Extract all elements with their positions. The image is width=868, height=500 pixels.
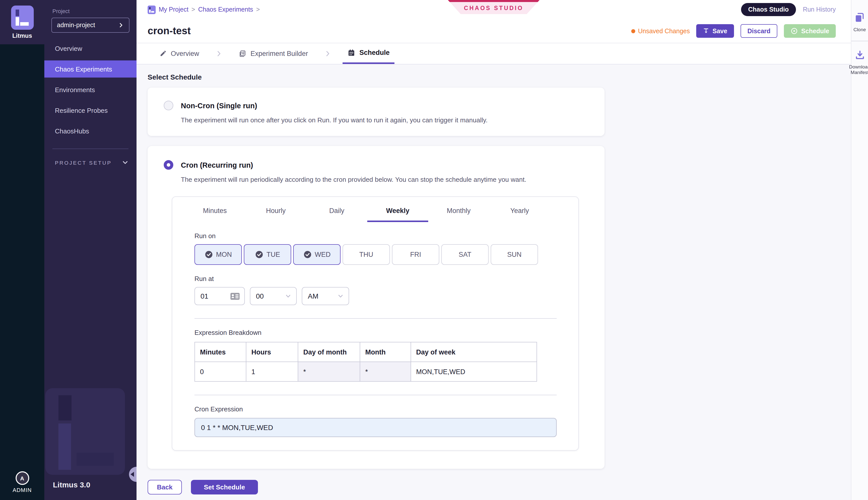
save-label: Save: [713, 27, 727, 34]
day-label: FRI: [410, 251, 421, 258]
sidebar-item-resilience-probes[interactable]: Resilience Probes: [44, 102, 136, 119]
schedule-button-disabled[interactable]: Schedule: [784, 24, 836, 38]
tab-overview-label: Overview: [171, 49, 199, 57]
tab-overview[interactable]: Overview: [155, 43, 204, 64]
left-rail: Litmus A ADMIN: [0, 0, 44, 500]
cron-tab-hourly[interactable]: Hourly: [245, 197, 306, 222]
download-icon: [854, 49, 865, 60]
collapse-arrow-icon: [131, 472, 134, 477]
cron-builder-panel: Minutes Hourly Daily Weekly Monthly Year…: [172, 196, 579, 451]
builder-icon: [239, 49, 247, 57]
panel-divider: [194, 318, 557, 319]
day-button-mon[interactable]: MON: [194, 244, 242, 265]
view-toggle: Chaos Studio Run History: [741, 3, 836, 16]
cron-expression-input[interactable]: 0 1 * * MON,TUE,WED: [194, 418, 557, 437]
project-selector[interactable]: admin-project: [52, 18, 129, 33]
tab-schedule[interactable]: Schedule: [343, 43, 395, 64]
sidebar-item-environments[interactable]: Environments: [44, 81, 136, 98]
chevron-down-icon: [122, 159, 128, 166]
litmus-logo[interactable]: Litmus: [0, 0, 44, 44]
schedule-label: Schedule: [801, 27, 829, 34]
th-day-of-week: Day of week: [411, 342, 537, 362]
project-setup-toggle[interactable]: PROJECT SETUP: [55, 159, 128, 166]
project-selector-value: admin-project: [57, 22, 95, 29]
breadcrumb-my-project[interactable]: My Project: [159, 6, 189, 13]
title-bar: cron-test Unsaved Changes Save Discard: [136, 19, 851, 43]
studio-steps: Overview Experiment Builder: [136, 43, 851, 65]
cron-tab-daily[interactable]: Daily: [306, 197, 367, 222]
download-manifest-button[interactable]: Download Manifest: [849, 49, 868, 76]
td-day-of-month: *: [298, 362, 360, 382]
sidebar-nav: Overview Chaos Experiments Environments …: [44, 40, 136, 139]
cron-description: The experiment will run periodically acc…: [181, 176, 593, 183]
day-button-thu[interactable]: THU: [342, 244, 390, 265]
project-setup-label: PROJECT SETUP: [55, 159, 112, 166]
meridiem-value: AM: [308, 292, 318, 300]
clone-icon: [854, 12, 865, 23]
main-area: My Project > Chaos Experiments > CHAOS S…: [136, 0, 851, 500]
cron-radio[interactable]: [164, 160, 173, 170]
chevron-down-icon: [337, 293, 344, 299]
cron-tab-weekly[interactable]: Weekly: [367, 197, 428, 222]
sidebar-collapse-handle[interactable]: [129, 467, 136, 482]
chaos-studio-toggle[interactable]: Chaos Studio: [741, 3, 796, 16]
day-button-wed[interactable]: WED: [293, 244, 340, 265]
minute-select[interactable]: 00: [250, 287, 297, 305]
sidebar-item-chaoshubs[interactable]: ChaosHubs: [44, 122, 136, 139]
select-schedule-heading: Select Schedule: [148, 73, 851, 81]
minute-value: 00: [256, 292, 264, 300]
run-at-label: Run at: [194, 275, 578, 283]
litmus-logo-text: Litmus: [12, 32, 32, 39]
back-button[interactable]: Back: [148, 480, 182, 495]
project-label: Project: [53, 8, 136, 14]
td-minutes: 0: [195, 362, 246, 382]
save-button[interactable]: Save: [697, 24, 734, 38]
cron-tab-minutes[interactable]: Minutes: [184, 197, 245, 222]
chevron-down-icon: [285, 293, 292, 299]
discard-button[interactable]: Discard: [740, 24, 778, 38]
day-label: MON: [216, 251, 232, 258]
clone-label: Clone: [853, 27, 866, 33]
panel-divider: [194, 395, 557, 395]
day-button-sun[interactable]: SUN: [491, 244, 538, 265]
breadcrumb: My Project > Chaos Experiments >: [148, 5, 260, 14]
schedule-content: Select Schedule Non-Cron (Single run) Th…: [136, 65, 851, 500]
avatar[interactable]: A: [15, 471, 29, 485]
day-button-tue[interactable]: TUE: [244, 244, 291, 265]
non-cron-description: The experiment will run once after you c…: [181, 116, 593, 124]
tab-experiment-builder[interactable]: Experiment Builder: [234, 43, 313, 64]
cron-tab-yearly[interactable]: Yearly: [489, 197, 550, 222]
clone-button[interactable]: Clone: [853, 12, 866, 33]
check-circle-icon: [204, 250, 213, 259]
cron-title: Cron (Recurring run): [181, 161, 253, 169]
hour-input[interactable]: 01: [194, 287, 245, 305]
calendar-icon: [348, 49, 356, 56]
check-circle-icon: [255, 250, 263, 259]
rail-divider: [851, 41, 868, 41]
id-card-icon: [230, 292, 240, 300]
check-circle-icon: [303, 250, 312, 259]
th-day-of-month: Day of month: [298, 342, 360, 362]
th-month: Month: [360, 342, 411, 362]
meridiem-select[interactable]: AM: [302, 287, 349, 305]
litmus-watermark: [45, 388, 125, 475]
table-row: 0 1 * * MON,TUE,WED: [195, 362, 537, 382]
non-cron-radio[interactable]: [164, 101, 173, 110]
th-minutes: Minutes: [195, 342, 246, 362]
day-button-sat[interactable]: SAT: [441, 244, 489, 265]
cron-tab-monthly[interactable]: Monthly: [428, 197, 489, 222]
admin-label: ADMIN: [13, 487, 32, 493]
non-cron-option-card[interactable]: Non-Cron (Single run) The experiment wil…: [148, 88, 605, 136]
set-schedule-button[interactable]: Set Schedule: [191, 480, 258, 495]
day-label: THU: [359, 251, 373, 258]
run-history-toggle[interactable]: Run History: [803, 6, 836, 13]
sidebar-item-overview[interactable]: Overview: [44, 40, 136, 57]
breadcrumb-separator: >: [191, 6, 195, 13]
litmus-logo-icon: [11, 5, 34, 30]
sidebar-item-chaos-experiments[interactable]: Chaos Experiments: [44, 60, 136, 78]
breadcrumb-chaos-experiments[interactable]: Chaos Experiments: [198, 6, 253, 13]
day-button-fri[interactable]: FRI: [392, 244, 439, 265]
download-label-line1: Download: [849, 65, 868, 70]
unsaved-label: Unsaved Changes: [638, 27, 690, 34]
chevron-right-icon: [118, 22, 124, 28]
